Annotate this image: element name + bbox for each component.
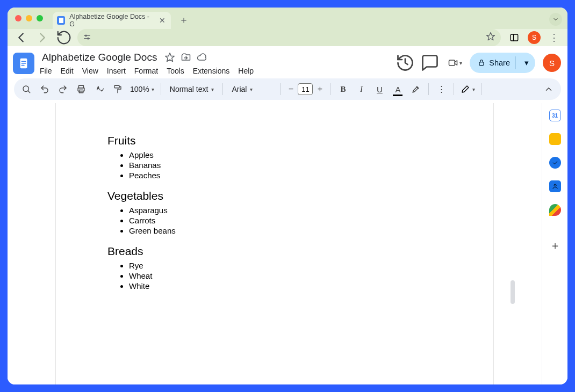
list-item[interactable]: Apples [129,150,442,159]
increase-font-button[interactable]: + [314,83,326,95]
zoom-dropdown[interactable]: 100%▾ [128,85,156,93]
italic-button[interactable]: I [353,81,369,97]
list-item[interactable]: White [129,281,442,291]
toolbar: 100%▾ Normal text▾ Arial▾ − + B I U A ⋮ [14,78,561,100]
tabs-dropdown-button[interactable] [549,13,562,26]
omnibox[interactable] [77,29,501,46]
docs-logo-icon[interactable] [13,53,34,74]
menu-help[interactable]: Help [238,67,254,75]
star-icon[interactable] [164,52,175,63]
reload-button[interactable] [56,30,72,46]
svg-rect-18 [79,85,84,88]
spellcheck-button[interactable] [91,81,107,97]
browser-window: Alphabetize Google Docs - G ✕ ＋ S ⋮ Alph… [8,8,567,384]
list-item[interactable]: Bananas [129,161,442,170]
list-item[interactable]: Wheat [129,271,442,280]
search-menus-button[interactable] [18,81,34,97]
svg-line-17 [28,91,30,93]
profile-avatar[interactable]: S [528,31,541,44]
browser-tab[interactable]: Alphabetize Google Docs - G ✕ [53,12,171,29]
bullet-list[interactable]: RyeWheatWhite [129,261,442,291]
font-size-input[interactable] [298,83,313,95]
section-heading[interactable]: Vegetables [107,190,442,202]
browser-menu-button[interactable]: ⋮ [546,30,562,46]
menu-tools[interactable]: Tools [167,67,184,75]
minimize-window-button[interactable] [26,15,32,21]
docs-app: Alphabetize Google Docs File Edit View I… [8,46,567,384]
maximize-window-button[interactable] [37,15,43,21]
contacts-icon[interactable] [549,180,561,192]
collapse-toolbar-button[interactable] [541,81,557,97]
menu-insert[interactable]: Insert [107,67,126,75]
menu-edit[interactable]: Edit [61,67,74,75]
docs-header: Alphabetize Google Docs File Edit View I… [8,46,567,75]
tab-strip: Alphabetize Google Docs - G ✕ ＋ [8,8,567,29]
document-scroll[interactable]: FruitsApplesBananasPeachesVegetablesAspa… [8,103,542,384]
menu-bar: File Edit View Insert Format Tools Exten… [40,67,390,75]
meet-button[interactable]: ▾ [445,53,464,72]
share-dropdown[interactable]: ▾ [521,59,532,67]
print-button[interactable] [73,81,89,97]
svg-point-23 [554,184,556,186]
bookmark-icon[interactable] [486,32,495,43]
svg-rect-15 [479,62,484,66]
forward-button[interactable] [34,30,51,46]
section-heading[interactable]: Fruits [107,134,442,147]
docs-favicon-icon [57,16,65,25]
maps-icon[interactable] [549,204,561,216]
address-bar: S ⋮ [8,29,567,46]
comments-button[interactable] [420,53,440,72]
editing-mode-dropdown[interactable]: ▾ [458,84,477,94]
undo-button[interactable] [37,81,53,97]
redo-button[interactable] [55,81,71,97]
menu-file[interactable]: File [40,67,52,75]
tasks-icon[interactable] [549,157,561,169]
cloud-status-icon[interactable] [197,52,207,63]
more-tools-button[interactable]: ⋮ [433,81,449,97]
move-icon[interactable] [181,52,191,63]
svg-rect-13 [449,60,455,66]
canvas-area: FruitsApplesBananasPeachesVegetablesAspa… [8,103,567,384]
back-button[interactable] [13,30,29,46]
keep-icon[interactable] [549,133,561,145]
svg-marker-11 [166,53,175,62]
highlight-color-button[interactable] [408,81,424,97]
window-controls [15,15,43,21]
calendar-icon[interactable]: 31 [549,110,561,121]
side-panel: 31 ＋ [542,103,567,384]
bullet-list[interactable]: ApplesBananasPeaches [129,150,442,180]
text-color-button[interactable]: A [390,81,406,97]
decrease-font-button[interactable]: − [285,83,297,95]
list-item[interactable]: Rye [129,261,442,270]
underline-button[interactable]: U [371,81,387,97]
new-tab-button[interactable]: ＋ [176,12,191,27]
paint-format-button[interactable] [110,81,126,97]
menu-format[interactable]: Format [134,67,158,75]
list-item[interactable]: Green beans [129,226,442,235]
list-item[interactable]: Peaches [129,171,442,180]
get-addons-button[interactable]: ＋ [550,238,560,253]
document-title[interactable]: Alphabetize Google Docs [40,50,159,64]
close-window-button[interactable] [15,15,21,21]
font-size-control: − + [285,83,326,95]
list-item[interactable]: Asparagus [129,206,442,215]
scrollbar-thumb[interactable] [511,280,515,304]
font-family-dropdown[interactable]: Arial▾ [227,85,276,93]
paragraph-style-dropdown[interactable]: Normal text▾ [166,85,219,93]
tab-title: Alphabetize Google Docs - G [69,13,153,28]
section-heading[interactable]: Breads [107,245,442,258]
menu-extensions[interactable]: Extensions [193,67,229,75]
share-button[interactable]: Share ▾ [470,53,535,73]
account-avatar[interactable]: S [543,54,561,72]
site-settings-icon[interactable] [83,33,91,43]
close-tab-button[interactable]: ✕ [159,16,166,25]
document-page[interactable]: FruitsApplesBananasPeachesVegetablesAspa… [55,103,494,384]
share-label: Share [489,59,510,67]
menu-view[interactable]: View [82,67,98,75]
list-item[interactable]: Carrots [129,216,442,225]
bold-button[interactable]: B [335,81,351,97]
bullet-list[interactable]: AsparagusCarrotsGreen beans [129,206,442,235]
history-button[interactable] [396,53,415,72]
svg-marker-4 [487,33,495,40]
reader-mode-icon[interactable] [506,30,522,46]
